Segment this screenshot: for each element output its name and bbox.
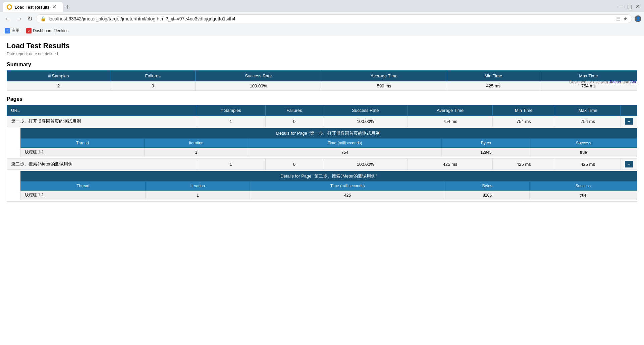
detail-1-0-thread: 线程组 1-1 bbox=[21, 191, 146, 200]
pages-row-1-avg-time: 425 ms bbox=[408, 159, 492, 170]
summary-header-success-rate: Success Rate bbox=[196, 71, 321, 81]
summary-header-samples: # Samples bbox=[7, 71, 110, 81]
pages-row-1-min-time: 425 ms bbox=[492, 159, 555, 170]
profile-icon[interactable]: 👤 bbox=[635, 15, 641, 22]
tab-close-button[interactable]: ✕ bbox=[52, 4, 56, 10]
url-text: localhost:63342/jmeter_blog/target/jmete… bbox=[49, 16, 613, 21]
jmeter-link[interactable]: JMeter bbox=[609, 80, 622, 84]
bookmark-jenkins[interactable]: J Dashboard [Jenkins bbox=[24, 27, 70, 35]
refresh-button[interactable]: ↻ bbox=[25, 14, 35, 24]
detail-table-0: Thread Iteration Time (milliseconds) Byt… bbox=[20, 138, 637, 157]
detail-0-0-time: 754 bbox=[248, 148, 442, 157]
new-tab-button[interactable]: + bbox=[63, 3, 72, 11]
ant-link[interactable]: Ant bbox=[630, 80, 636, 84]
page-credit: Designed for use with JMeter and Ant. bbox=[569, 80, 637, 84]
tab-title: Load Test Results bbox=[15, 5, 49, 10]
pages-header-avg-time: Average Time bbox=[408, 105, 492, 116]
details-row-1-cell: Details for Page "第二步、搜索JMeter的测试用例" Thr… bbox=[7, 170, 637, 202]
detail-0-0-success: true bbox=[530, 148, 637, 157]
pages-header-max-time: Max Time bbox=[555, 105, 621, 116]
pages-header-min-time: Min Time bbox=[492, 105, 555, 116]
details-container-1: Details for Page "第二步、搜索JMeter的测试用例" Thr… bbox=[7, 170, 637, 201]
pages-row-0-toggle-cell: − bbox=[621, 116, 637, 127]
details-row-1: Details for Page "第二步、搜索JMeter的测试用例" Thr… bbox=[7, 170, 637, 202]
summary-header-min-time: Min Time bbox=[447, 71, 540, 81]
pages-row-0-toggle-button[interactable]: − bbox=[625, 118, 633, 125]
forward-button[interactable]: → bbox=[14, 14, 24, 24]
pages-row-1-failures: 0 bbox=[266, 159, 323, 170]
detail-header-row-0: Thread Iteration Time (milliseconds) Byt… bbox=[21, 139, 637, 148]
detail-0-0-iteration: 1 bbox=[144, 148, 248, 157]
details-row-0-cell: Details for Page "第一步、打开博客园首页的测试用例" Thre… bbox=[7, 127, 637, 159]
close-button[interactable]: ✕ bbox=[634, 2, 641, 11]
summary-section-title: Summary bbox=[7, 62, 637, 68]
detail-header-0-success: Success bbox=[530, 139, 637, 148]
translate-icon[interactable]: ☰ bbox=[616, 16, 621, 21]
page-subtitle: Date report: date not defined bbox=[7, 52, 637, 56]
detail-data-row-0-0: 线程组 1-1 1 754 12945 true bbox=[21, 148, 637, 157]
bookmark-icon[interactable]: ★ bbox=[623, 16, 628, 21]
detail-header-1-success: Success bbox=[529, 182, 637, 191]
pages-table: URL # Samples Failures Success Rate Aver… bbox=[7, 105, 637, 202]
summary-avg-time: 590 ms bbox=[321, 81, 447, 91]
pages-row-0-url: 第一步、打开博客园首页的测试用例 bbox=[7, 116, 196, 127]
browser-window: Load Test Results ✕ + — ▢ ✕ ← → ↻ 🔒 loca… bbox=[0, 0, 644, 36]
pages-header-url: URL bbox=[7, 105, 196, 116]
pages-row-1-url: 第二步、搜索JMeter的测试用例 bbox=[7, 159, 196, 170]
pages-row-1-toggle-button[interactable]: − bbox=[625, 161, 633, 167]
tab-bar: Load Test Results ✕ + — ▢ ✕ bbox=[0, 0, 644, 12]
address-bar-icons: ☰ ★ bbox=[616, 16, 628, 21]
pages-header-failures: Failures bbox=[266, 105, 323, 116]
pages-row-1-toggle-cell: − bbox=[621, 159, 637, 170]
detail-header-0-thread: Thread bbox=[21, 139, 145, 148]
pages-row-0-min-time: 754 ms bbox=[492, 116, 555, 127]
detail-header-0-bytes: Bytes bbox=[442, 139, 530, 148]
back-button[interactable]: ← bbox=[3, 14, 13, 24]
jenkins-icon: J bbox=[26, 28, 32, 33]
summary-min-time: 425 ms bbox=[447, 81, 540, 91]
pages-header-toggle bbox=[621, 105, 637, 116]
detail-1-0-iteration: 1 bbox=[146, 191, 250, 200]
detail-table-1: Thread Iteration Time (milliseconds) Byt… bbox=[20, 181, 637, 200]
detail-data-row-1-0: 线程组 1-1 1 425 8206 true bbox=[21, 191, 637, 200]
detail-0-0-bytes: 12945 bbox=[442, 148, 530, 157]
pages-row-0: 第一步、打开博客园首页的测试用例 1 0 100.00% 754 ms 754 … bbox=[7, 116, 637, 127]
pages-section-title: Pages bbox=[7, 96, 637, 102]
bookmark-apps[interactable]: ⠿ 应用 bbox=[3, 26, 21, 35]
pages-header-row: URL # Samples Failures Success Rate Aver… bbox=[7, 105, 637, 116]
nav-bar: ← → ↻ 🔒 localhost:63342/jmeter_blog/targ… bbox=[0, 12, 644, 25]
apps-icon: ⠿ bbox=[5, 28, 10, 33]
detail-header-1-time: Time (milliseconds) bbox=[250, 182, 445, 191]
summary-failures: 0 bbox=[110, 81, 196, 91]
maximize-button[interactable]: ▢ bbox=[626, 2, 634, 11]
minimize-button[interactable]: — bbox=[617, 2, 625, 11]
details-row-0: Details for Page "第一步、打开博客园首页的测试用例" Thre… bbox=[7, 127, 637, 159]
summary-data-row: 2 0 100.00% 590 ms 425 ms 754 ms bbox=[7, 81, 637, 91]
details-title-1: Details for Page "第二步、搜索JMeter的测试用例" bbox=[20, 171, 637, 181]
tab-favicon bbox=[7, 4, 12, 10]
pages-row-1-success-rate: 100.00% bbox=[323, 159, 408, 170]
active-tab[interactable]: Load Test Results ✕ bbox=[3, 2, 63, 12]
summary-success-rate: 100.00% bbox=[196, 81, 321, 91]
details-container-0: Details for Page "第一步、打开博客园首页的测试用例" Thre… bbox=[7, 127, 637, 158]
pages-row-0-success-rate: 100.00% bbox=[323, 116, 408, 127]
detail-header-0-time: Time (milliseconds) bbox=[248, 139, 442, 148]
pages-row-1: 第二步、搜索JMeter的测试用例 1 0 100.00% 425 ms 425… bbox=[7, 159, 637, 170]
address-bar[interactable]: 🔒 localhost:63342/jmeter_blog/target/jme… bbox=[36, 14, 632, 23]
summary-table: # Samples Failures Success Rate Average … bbox=[7, 70, 637, 91]
details-title-0: Details for Page "第一步、打开博客园首页的测试用例" bbox=[20, 128, 637, 138]
page-content: Load Test Results Date report: date not … bbox=[0, 36, 644, 207]
summary-header-failures: Failures bbox=[110, 71, 196, 81]
pages-row-0-avg-time: 754 ms bbox=[408, 116, 492, 127]
summary-header-row: # Samples Failures Success Rate Average … bbox=[7, 71, 637, 81]
detail-header-1-thread: Thread bbox=[21, 182, 146, 191]
bookmarks-bar: ⠿ 应用 J Dashboard [Jenkins bbox=[0, 25, 644, 36]
bookmark-jenkins-label: Dashboard [Jenkins bbox=[33, 28, 68, 33]
page-title: Load Test Results bbox=[7, 42, 637, 50]
pages-header-samples: # Samples bbox=[196, 105, 266, 116]
detail-header-1-bytes: Bytes bbox=[445, 182, 529, 191]
bookmark-apps-label: 应用 bbox=[11, 28, 19, 33]
summary-header-avg-time: Average Time bbox=[321, 71, 447, 81]
pages-row-1-samples: 1 bbox=[196, 159, 266, 170]
detail-header-1-iteration: Iteration bbox=[146, 182, 250, 191]
